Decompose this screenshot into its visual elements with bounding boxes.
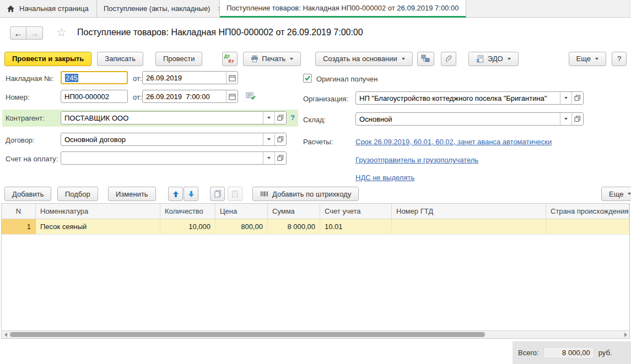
help-button[interactable]: ?	[612, 52, 627, 66]
arrow-up-icon	[172, 191, 179, 198]
add-by-barcode-button[interactable]: Добавить по штрихкоду	[252, 187, 359, 201]
horizontal-scrollbar[interactable]	[2, 330, 629, 338]
counterparty-field[interactable]: ПОСТАВЩИК ООО	[61, 111, 287, 124]
consignor-consignee-link[interactable]: Грузоотправитель и грузополучатель	[355, 156, 478, 164]
column-header-sum: Сумма	[268, 204, 320, 219]
dtkt-icon: ДтКт	[226, 54, 234, 64]
forward-button[interactable]: →	[26, 26, 43, 40]
open-icon[interactable]	[571, 113, 583, 125]
table-header-row: N Номенклатура Количество Цена Сумма Сче…	[2, 204, 629, 219]
tab-bar-filler	[466, 0, 631, 18]
tab-label: Поступление товаров: Накладная НП00-0000…	[226, 4, 459, 12]
cell-sum[interactable]: 8 000,00	[268, 219, 320, 235]
history-nav: ← →	[10, 26, 43, 40]
add-button[interactable]: Добавить	[4, 187, 51, 201]
warehouse-field[interactable]: Основной	[355, 112, 584, 126]
barcode-icon	[260, 191, 269, 198]
paste-row-button[interactable]	[228, 187, 242, 201]
edo-button[interactable]: ЭДО	[468, 52, 519, 66]
cell-n[interactable]: 1	[2, 219, 36, 235]
dropdown-button[interactable]	[263, 152, 274, 164]
printer-icon	[251, 55, 258, 62]
move-up-button[interactable]	[168, 187, 183, 201]
invoice-date-prefix-label: от:	[133, 74, 142, 83]
cell-quantity[interactable]: 10,000	[160, 219, 215, 235]
number-field[interactable]: НП00-000002	[61, 90, 128, 103]
tab-document[interactable]: Поступление товаров: Накладная НП00-0000…	[220, 0, 466, 18]
cell-country[interactable]	[546, 219, 629, 235]
cell-price[interactable]: 800,00	[215, 219, 268, 235]
structure-button[interactable]	[417, 52, 434, 66]
cell-account[interactable]: 10.01	[320, 219, 392, 235]
organization-field[interactable]: НП "Благоустройство коттеджного поселка …	[355, 91, 584, 105]
create-based-on-button[interactable]: Создать на основании	[315, 52, 413, 66]
dropdown-button[interactable]	[560, 113, 571, 125]
scrollbar-thumb[interactable]	[10, 332, 485, 337]
tab-receipts-list[interactable]: Поступление (акты, накладные) ×	[97, 0, 220, 18]
cell-gtd[interactable]	[392, 219, 546, 235]
currency-label: руб.	[598, 349, 612, 357]
organization-label: Организация:	[303, 95, 348, 103]
total-value: 8 000,00	[543, 347, 594, 358]
items-table: N Номенклатура Количество Цена Сумма Сче…	[1, 203, 630, 339]
print-button[interactable]: Печать	[243, 52, 301, 66]
copy-row-button[interactable]	[210, 187, 225, 201]
column-header-nomenclature: Номенклатура	[36, 204, 160, 219]
dropdown-icon	[290, 58, 293, 60]
dropdown-button[interactable]	[560, 92, 571, 104]
number-label: Номер:	[6, 93, 30, 101]
scroll-right-button[interactable]	[622, 331, 629, 338]
more-button[interactable]: Еще	[569, 52, 606, 66]
vat-link[interactable]: НДС не выделять	[355, 173, 414, 182]
open-icon[interactable]	[274, 152, 286, 164]
payment-invoice-field[interactable]	[61, 151, 287, 165]
tab-home[interactable]: Начальная страница	[0, 0, 97, 18]
move-down-button[interactable]	[184, 187, 198, 201]
calendar-icon[interactable]	[226, 72, 238, 84]
table-row[interactable]: 1 Песок сеяный 10,000 800,00 8 000,00 10…	[2, 219, 629, 235]
counterparty-help-link[interactable]: ?	[290, 113, 295, 122]
structure-icon	[421, 55, 430, 63]
pick-button[interactable]: Подбор	[57, 187, 98, 201]
back-button[interactable]: ←	[10, 26, 26, 40]
save-button[interactable]: Записать	[97, 52, 143, 66]
invoice-number-field[interactable]: 245	[61, 71, 128, 84]
original-received-checkbox[interactable]	[303, 74, 312, 83]
open-icon[interactable]	[274, 133, 286, 145]
dropdown-icon	[402, 58, 405, 60]
set-number-icon[interactable]	[246, 91, 256, 100]
scroll-right-icon	[624, 333, 627, 337]
column-header-country: Страна происхождения	[546, 204, 629, 219]
attachment-button[interactable]	[441, 52, 456, 66]
open-icon[interactable]	[274, 112, 286, 124]
contract-field[interactable]: Основной договор	[61, 133, 287, 146]
post-and-close-button[interactable]: Провести и закрыть	[4, 52, 91, 66]
dropdown-icon	[564, 118, 568, 120]
application-window: Начальная страница Поступление (акты, на…	[0, 0, 631, 364]
dropdown-icon	[267, 157, 271, 159]
page-title: Поступление товаров: Накладная НП00-0000…	[77, 28, 363, 37]
favorite-star-icon[interactable]: ☆	[56, 26, 67, 39]
dropdown-button[interactable]	[263, 133, 274, 145]
scroll-left-button[interactable]	[2, 331, 9, 338]
invoice-number-label: Накладная №:	[6, 74, 53, 83]
dtkt-button[interactable]: ДтКт	[222, 52, 238, 66]
total-label: Всего:	[518, 349, 539, 357]
arrow-down-icon	[188, 191, 195, 198]
doc-date-field[interactable]: 26.09.2019 7:00:00	[142, 90, 238, 103]
open-icon[interactable]	[571, 92, 583, 104]
column-header-account: Счет учета	[320, 204, 392, 219]
original-received-label: Оригинал получен	[316, 75, 377, 83]
edo-icon	[476, 55, 484, 63]
settlements-terms-link[interactable]: Срок 26.09.2019, 60.01, 60.02, зачет ава…	[355, 138, 552, 146]
cell-nomenclature[interactable]: Песок сеяный	[36, 219, 160, 235]
edit-button[interactable]: Изменить	[108, 187, 156, 201]
invoice-date-field[interactable]: 26.09.2019	[142, 71, 238, 84]
dropdown-button[interactable]	[263, 112, 274, 124]
contract-label: Договор:	[6, 136, 35, 144]
calendar-icon[interactable]	[226, 90, 238, 102]
table-more-button[interactable]: Еще	[601, 187, 631, 201]
post-button[interactable]: Провести	[155, 52, 203, 66]
dropdown-icon	[564, 97, 568, 99]
totals-panel: Всего: 8 000,00 руб.	[513, 341, 631, 364]
